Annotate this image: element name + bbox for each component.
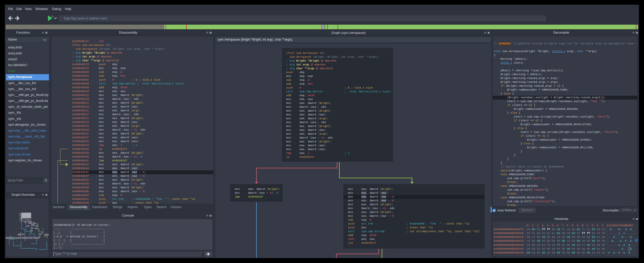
svg-text:E: E [52,15,53,17]
